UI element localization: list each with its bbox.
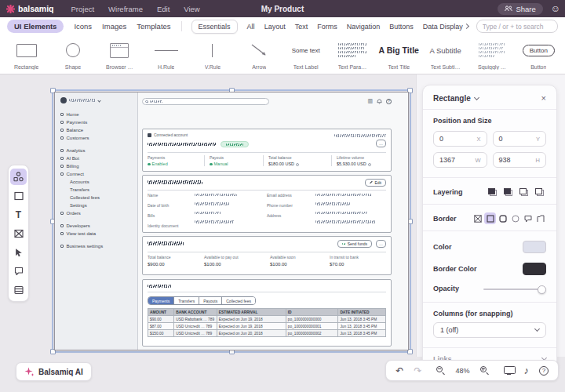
palette-item-rectangle[interactable]: Rectangle (3, 35, 49, 74)
columns-label: Columns (for snapping) (433, 310, 546, 318)
category-data-display[interactable]: Data Display (423, 23, 463, 31)
width-input[interactable]: 1367W (433, 152, 487, 168)
bubble-border-icon (524, 215, 532, 223)
category-essentials[interactable]: Essentials (191, 20, 238, 34)
category-buttons[interactable]: Buttons (389, 23, 414, 31)
chevron-down-icon (97, 99, 100, 102)
palette-item-squiggly[interactable]: Squiggly … (468, 35, 515, 74)
library-tab-bar: UI Elements Icons Images Templates Essen… (0, 17, 565, 35)
chevron-down-icon[interactable] (474, 94, 479, 100)
people-icon (505, 5, 512, 12)
close-icon[interactable]: × (541, 93, 546, 103)
border-color-swatch[interactable] (523, 263, 546, 275)
menu-view[interactable]: View (184, 5, 199, 13)
feedback-smiley-icon[interactable]: ☺ (551, 4, 560, 13)
bring-to-front-button[interactable] (486, 186, 499, 198)
height-input[interactable]: 938H (493, 152, 547, 168)
share-label: Share (516, 5, 535, 13)
fill-color-swatch[interactable] (523, 241, 546, 253)
send-to-back-button[interactable] (533, 186, 546, 198)
y-input[interactable]: 0Y (493, 131, 547, 147)
status-dot (210, 163, 213, 166)
send-backward-button[interactable] (517, 186, 530, 198)
wireframe-mockup[interactable]: Home Payments Balance Customers Analytic… (54, 92, 409, 350)
zoom-out-button[interactable] (436, 366, 445, 375)
avatar (60, 97, 67, 103)
circle-border-icon (512, 215, 519, 223)
undo-button[interactable]: ↶ (396, 366, 403, 376)
zoom-in-button[interactable] (480, 366, 489, 375)
balsamiq-ai-button[interactable]: Balsamiq AI (16, 362, 92, 381)
columns-select[interactable]: 1 (off) (433, 322, 546, 338)
verified-badge (221, 141, 249, 147)
bring-forward-button[interactable] (501, 186, 515, 198)
ai-label: Balsamiq AI (38, 368, 83, 376)
opacity-slider[interactable] (483, 285, 546, 292)
menu-project[interactable]: Project (71, 5, 95, 13)
border-rounded-button[interactable] (497, 212, 508, 224)
palette-item-shape[interactable]: Shape (49, 35, 96, 74)
menu-wireframe[interactable]: Wireframe (108, 5, 143, 13)
category-navigation[interactable]: Navigation (347, 23, 381, 31)
metric-in-transit: In transit to bank $70.00 (330, 255, 386, 267)
mockup-nav-analytics: Analytics (60, 147, 137, 154)
border-square-button[interactable] (484, 212, 496, 224)
more-categories-button[interactable] (465, 24, 468, 28)
profile-left-values (195, 193, 267, 228)
palette-item-text-subtitle[interactable]: A Subtitle Text Subti… (422, 35, 468, 74)
balsamiq-logo[interactable]: balsamiq (6, 4, 54, 13)
metric-payouts: Payouts Manual (210, 155, 258, 166)
border-circle-button[interactable] (509, 212, 521, 224)
category-layout[interactable]: Layout (264, 23, 286, 31)
border-tab-button[interactable] (534, 212, 546, 224)
palette-item-browser[interactable]: Browser … (97, 35, 143, 74)
arrow-tool-button[interactable] (10, 244, 27, 260)
music-button[interactable]: ♪ (524, 365, 530, 376)
library-search-input[interactable] (476, 20, 558, 33)
data-grid-tool-button[interactable] (10, 281, 27, 298)
category-all[interactable]: All (247, 23, 255, 31)
palette-item-text-title[interactable]: A Big Title Text Title (376, 35, 422, 74)
zoom-level[interactable]: 48% (455, 367, 469, 375)
library-tool-button[interactable] (10, 169, 27, 185)
border-none-button[interactable] (472, 212, 483, 224)
browser-preview-icon (110, 40, 129, 60)
shapes-cluster-icon (13, 172, 24, 182)
info-icon (296, 163, 299, 166)
mockup-nav-transfers: Transfers (60, 186, 137, 194)
ui-element-palette: Rectangle Shape Browser … H.Rule V.Rule … (0, 35, 565, 74)
tab-templates[interactable]: Templates (137, 22, 170, 31)
palette-item-hrule[interactable]: H.Rule (143, 35, 189, 74)
balance-card: Send funds … Total balance $900.00 Avail… (142, 236, 392, 275)
share-button[interactable]: Share (498, 3, 542, 15)
mockup-account-switcher (60, 97, 137, 103)
category-forms[interactable]: Forms (317, 23, 337, 31)
x-input[interactable]: 0X (433, 131, 487, 147)
palette-item-button[interactable]: Button Button (516, 35, 562, 74)
menu-edit[interactable]: Edit (157, 5, 170, 13)
palette-item-text-label[interactable]: Some text Text Label (282, 35, 329, 74)
mockup-nav-business-settings: Business settings (60, 242, 137, 250)
redo-button[interactable]: ↷ (414, 366, 421, 376)
presentation-button[interactable] (504, 366, 514, 375)
rectangle-tool-button[interactable] (10, 187, 27, 204)
tab-ui-elements[interactable]: UI Elements (7, 20, 64, 33)
tab-icons[interactable]: Icons (74, 22, 92, 31)
no-border-icon (474, 215, 482, 223)
bring-to-front-icon (488, 188, 497, 196)
shape-preview-icon (66, 40, 80, 60)
help-button[interactable]: ? (539, 366, 549, 376)
mockup-nav-collected-fees: Collected fees (60, 194, 137, 201)
palette-item-text-paragraph[interactable]: Text Para… (329, 35, 375, 74)
comment-tool-button[interactable] (10, 263, 27, 279)
palette-item-arrow[interactable]: Arrow (236, 35, 282, 74)
border-bubble-button[interactable] (522, 212, 534, 224)
image-tool-button[interactable] (10, 225, 27, 241)
tab-images[interactable]: Images (102, 22, 126, 31)
palette-item-vrule[interactable]: V.Rule (189, 35, 235, 74)
canvas-area[interactable]: T (0, 74, 565, 392)
mockup-search-field (142, 98, 269, 105)
scribble-text (148, 285, 171, 289)
text-tool-button[interactable]: T (10, 206, 27, 223)
category-text[interactable]: Text (295, 23, 308, 31)
